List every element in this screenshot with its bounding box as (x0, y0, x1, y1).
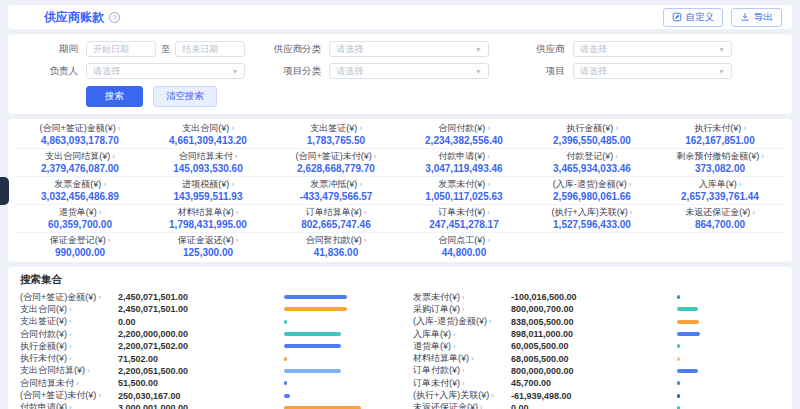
stat-label[interactable]: 支出签证(¥)› (275, 123, 397, 134)
stat-label[interactable]: 支出合同(¥)› (147, 123, 269, 134)
stat-label[interactable]: 合同点工(¥)› (403, 235, 525, 246)
chart-bar-track (284, 394, 387, 398)
stat-cell: 入库单(¥)›2,657,339,761.44 (656, 177, 784, 204)
stat-label[interactable]: 剩余预付撤销金额(¥)› (659, 151, 781, 162)
stat-label[interactable]: 发票未付(¥)› (403, 179, 525, 190)
chart-bar (284, 332, 341, 336)
export-button[interactable]: 导出 (731, 8, 782, 27)
chart-title: 搜索集合 (20, 273, 780, 287)
chart-row-value: 898,011,000.00 (511, 329, 677, 339)
help-icon[interactable]: ? (109, 12, 120, 23)
chart-row-label[interactable]: 材料结算单(¥)› (413, 352, 511, 365)
stat-label[interactable]: 材料结算单(¥)› (147, 207, 269, 218)
stat-label[interactable]: 合同付款(¥)› (403, 123, 525, 134)
stat-value: 44,800.00 (403, 247, 525, 258)
manager-select[interactable]: 请选择 ▼ (86, 63, 245, 79)
chart-row-label[interactable]: 订单未付(¥)› (413, 377, 511, 390)
stat-label[interactable]: 退货单(¥)› (19, 207, 141, 218)
chart-row-label[interactable]: 执行金额(¥)› (20, 340, 118, 353)
stat-label[interactable]: 发票冲抵(¥)› (275, 179, 397, 190)
stat-cell: 保证金返还(¥)›125,300.00 (144, 233, 272, 260)
chart-row-label[interactable]: 执行未付(¥)› (20, 352, 118, 365)
stat-label[interactable]: 订单结算单(¥)› (275, 207, 397, 218)
chart-bar-track (284, 357, 387, 361)
chart-row-label[interactable]: (合同+签证)未付(¥)› (20, 389, 118, 402)
chart-row-label[interactable]: 未返还保证金(¥)› (413, 401, 511, 409)
chart-row-label[interactable]: 采购订单(¥)› (413, 303, 511, 316)
supplier-select[interactable]: 请选择 ▼ (573, 41, 732, 57)
supplier-category-select[interactable]: 请选择 ▼ (329, 41, 488, 57)
end-date-input[interactable] (182, 44, 238, 54)
customize-button[interactable]: 自定义 (663, 8, 724, 27)
chart-row-label[interactable]: 发票未付(¥)› (413, 291, 511, 304)
stat-label[interactable]: (合同+签证)金额(¥)› (19, 123, 141, 134)
chart-row-label[interactable]: 订单付款(¥)› (413, 364, 511, 377)
chart-row-label[interactable]: 合同结算未付› (20, 377, 118, 390)
chevron-right-icon: › (487, 208, 490, 217)
stat-label[interactable]: (合同+签证)未付(¥)› (275, 151, 397, 162)
stats-row: 支出合同结算(¥)›2,379,476,087.00合同结算未付›145,093… (16, 149, 784, 177)
period-daterange: 至 (86, 41, 245, 57)
stat-label[interactable]: (入库-退货)金额(¥)› (531, 179, 653, 190)
chevron-down-icon: ▼ (475, 68, 482, 75)
chevron-right-icon: › (69, 330, 72, 339)
project-category-select[interactable]: 请选择 ▼ (329, 63, 488, 79)
stat-label[interactable]: 保证金登记(¥)› (19, 235, 141, 246)
sidebar-toggle[interactable] (0, 177, 9, 205)
chart-bar (284, 357, 287, 361)
chevron-right-icon: › (87, 366, 90, 375)
daterange-separator: 至 (161, 43, 170, 56)
chart-bar-track (284, 307, 387, 311)
chart-row-value: 3,000,001,000.00 (118, 403, 284, 409)
chart-row: 支出合同结算(¥)›2,200,051,500.00 (20, 365, 387, 377)
chevron-right-icon: › (743, 124, 746, 133)
search-button[interactable]: 搜索 (86, 86, 143, 107)
chart-row-label[interactable]: 合同付款(¥)› (20, 328, 118, 341)
stat-value: 162,167,851.00 (659, 135, 781, 146)
stat-label[interactable]: 支出合同结算(¥)› (19, 151, 141, 162)
stat-label[interactable]: 订单未付(¥)› (403, 207, 525, 218)
stat-label[interactable]: 发票金额(¥)› (19, 179, 141, 190)
stat-value: 2,628,668,779.70 (275, 163, 397, 174)
stat-label[interactable]: 付款申请(¥)› (403, 151, 525, 162)
chart-row-label[interactable]: 支出合同(¥)› (20, 303, 118, 316)
stat-label[interactable]: (执行+入库)关联(¥)› (531, 207, 653, 218)
chart-row-label[interactable]: 付款申请(¥)› (20, 401, 118, 409)
chevron-right-icon: › (69, 354, 72, 363)
chart-row-value: 250,030,167.00 (118, 391, 284, 401)
stat-label[interactable]: 付款登记(¥)› (531, 151, 653, 162)
start-date-input[interactable] (93, 44, 149, 54)
chart-row-label[interactable]: (合同+签证)金额(¥)› (20, 291, 118, 304)
chart-bar-track (677, 381, 780, 385)
stat-label[interactable]: 保证金返还(¥)› (147, 235, 269, 246)
stat-value: -433,479,566.57 (275, 191, 397, 202)
stat-value: 2,396,550,485.00 (531, 135, 653, 146)
chevron-right-icon: › (487, 124, 490, 133)
chart-row-value: 60,005,500.00 (511, 341, 677, 351)
stat-label[interactable]: 合同结算未付› (147, 151, 269, 162)
chevron-right-icon: › (231, 124, 234, 133)
filter-manager-label: 负责人 (20, 65, 78, 78)
stat-value: 2,596,980,061.66 (531, 191, 653, 202)
chart-row-label[interactable]: 入库单(¥)› (413, 328, 511, 341)
chart-row-label[interactable]: 退货单(¥)› (413, 340, 511, 353)
stats-row: 保证金登记(¥)›990,000.00保证金返还(¥)›125,300.00合同… (16, 233, 784, 260)
stat-label[interactable]: 执行金额(¥)› (531, 123, 653, 134)
title-wrap: 供应商账款 ? (44, 9, 120, 26)
stat-label[interactable]: 合同暂扣款(¥)› (275, 235, 397, 246)
supplier-category-placeholder: 请选择 (336, 43, 363, 56)
stat-label[interactable]: 进项税额(¥)› (147, 179, 269, 190)
stat-value: 3,032,456,486.89 (19, 191, 141, 202)
project-select[interactable]: 请选择 ▼ (573, 63, 732, 79)
stat-cell: (合同+签证)未付(¥)›2,628,668,779.70 (272, 149, 400, 176)
stat-label[interactable]: 执行未付(¥)› (659, 123, 781, 134)
chart-row-label[interactable]: (执行+入库)关联(¥)› (413, 389, 511, 402)
chart-row-label[interactable]: (入库-退货)金额(¥)› (413, 315, 511, 328)
clear-search-button[interactable]: 清空搜索 (153, 86, 217, 107)
chart-bar (284, 320, 287, 324)
chart-row-label[interactable]: 支出签证(¥)› (20, 315, 118, 328)
chart-row-label[interactable]: 支出合同结算(¥)› (20, 364, 118, 377)
stat-label[interactable]: 未返还保证金(¥)› (659, 207, 781, 218)
chart-row: (合同+签证)未付(¥)›250,030,167.00 (20, 389, 387, 401)
stat-label[interactable]: 入库单(¥)› (659, 179, 781, 190)
